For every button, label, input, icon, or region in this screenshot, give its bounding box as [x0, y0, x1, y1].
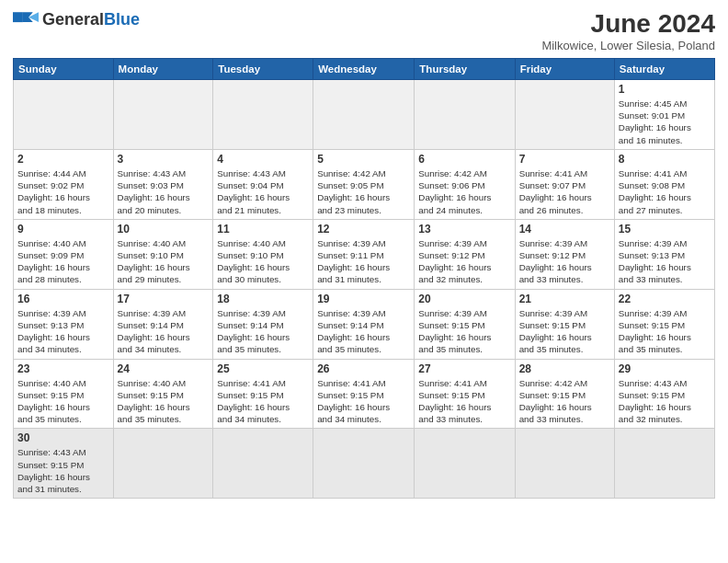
day-number: 14	[519, 223, 610, 236]
calendar-cell: 11Sunrise: 4:40 AMSunset: 9:10 PMDayligh…	[213, 219, 313, 289]
day-info: Sunrise: 4:39 AMSunset: 9:15 PMDaylight:…	[619, 307, 711, 356]
day-number: 12	[317, 223, 410, 236]
calendar-week-row: 23Sunrise: 4:40 AMSunset: 9:15 PMDayligh…	[14, 359, 715, 429]
day-info: Sunrise: 4:43 AMSunset: 9:04 PMDaylight:…	[217, 167, 309, 216]
calendar-cell: 3Sunrise: 4:43 AMSunset: 9:03 PMDaylight…	[113, 149, 213, 219]
day-number: 20	[418, 293, 510, 305]
calendar-cell	[415, 80, 515, 150]
weekday-header-row: SundayMondayTuesdayWednesdayThursdayFrid…	[14, 59, 715, 80]
day-number: 28	[519, 362, 610, 375]
svg-rect-0	[13, 12, 23, 22]
logo-text: GeneralBlue	[42, 11, 140, 29]
calendar-cell: 30Sunrise: 4:43 AMSunset: 9:15 PMDayligh…	[14, 429, 114, 499]
day-number: 15	[619, 223, 711, 236]
calendar-cell: 1Sunrise: 4:45 AMSunset: 9:01 PMDaylight…	[614, 80, 714, 150]
calendar-cell: 14Sunrise: 4:39 AMSunset: 9:12 PMDayligh…	[515, 219, 614, 289]
day-info: Sunrise: 4:39 AMSunset: 9:14 PMDaylight:…	[217, 307, 309, 356]
day-number: 13	[418, 223, 510, 236]
calendar-cell: 15Sunrise: 4:39 AMSunset: 9:13 PMDayligh…	[614, 219, 714, 289]
day-info: Sunrise: 4:43 AMSunset: 9:15 PMDaylight:…	[619, 377, 711, 426]
weekday-header-friday: Friday	[515, 59, 614, 80]
day-info: Sunrise: 4:42 AMSunset: 9:05 PMDaylight:…	[317, 167, 410, 216]
day-number: 26	[317, 362, 410, 375]
calendar-week-row: 30Sunrise: 4:43 AMSunset: 9:15 PMDayligh…	[14, 429, 715, 499]
calendar-cell: 18Sunrise: 4:39 AMSunset: 9:14 PMDayligh…	[213, 289, 313, 359]
calendar-cell: 4Sunrise: 4:43 AMSunset: 9:04 PMDaylight…	[213, 149, 313, 219]
calendar-cell: 27Sunrise: 4:41 AMSunset: 9:15 PMDayligh…	[415, 359, 515, 429]
day-number: 9	[17, 223, 109, 236]
calendar-page: GeneralBlue June 2024 Milkowice, Lower S…	[0, 0, 728, 563]
calendar-cell	[614, 429, 714, 499]
day-info: Sunrise: 4:41 AMSunset: 9:15 PMDaylight:…	[317, 377, 410, 426]
calendar-cell	[313, 80, 415, 150]
day-info: Sunrise: 4:41 AMSunset: 9:15 PMDaylight:…	[418, 377, 510, 426]
generalblue-logo-icon	[13, 9, 39, 29]
calendar-cell: 7Sunrise: 4:41 AMSunset: 9:07 PMDaylight…	[515, 149, 614, 219]
day-number: 25	[217, 362, 309, 375]
day-number: 22	[619, 293, 711, 305]
calendar-cell: 12Sunrise: 4:39 AMSunset: 9:11 PMDayligh…	[313, 219, 415, 289]
calendar-cell: 13Sunrise: 4:39 AMSunset: 9:12 PMDayligh…	[415, 219, 515, 289]
logo: GeneralBlue	[13, 9, 140, 29]
day-info: Sunrise: 4:43 AMSunset: 9:03 PMDaylight:…	[118, 167, 210, 216]
day-info: Sunrise: 4:41 AMSunset: 9:08 PMDaylight:…	[619, 167, 711, 216]
calendar-cell	[113, 429, 213, 499]
calendar-cell	[415, 429, 515, 499]
day-info: Sunrise: 4:39 AMSunset: 9:15 PMDaylight:…	[418, 307, 510, 356]
day-info: Sunrise: 4:42 AMSunset: 9:15 PMDaylight:…	[519, 377, 610, 426]
day-number: 29	[619, 362, 711, 375]
calendar-cell: 5Sunrise: 4:42 AMSunset: 9:05 PMDaylight…	[313, 149, 415, 219]
calendar-week-row: 2Sunrise: 4:44 AMSunset: 9:02 PMDaylight…	[14, 149, 715, 219]
day-info: Sunrise: 4:39 AMSunset: 9:15 PMDaylight:…	[519, 307, 610, 356]
weekday-header-tuesday: Tuesday	[213, 59, 313, 80]
day-number: 27	[418, 362, 510, 375]
calendar-cell: 10Sunrise: 4:40 AMSunset: 9:10 PMDayligh…	[113, 219, 213, 289]
calendar-cell: 8Sunrise: 4:41 AMSunset: 9:08 PMDaylight…	[614, 149, 714, 219]
day-number: 3	[118, 153, 210, 166]
day-number: 30	[17, 431, 109, 444]
day-info: Sunrise: 4:40 AMSunset: 9:15 PMDaylight:…	[17, 377, 109, 426]
calendar-cell: 28Sunrise: 4:42 AMSunset: 9:15 PMDayligh…	[515, 359, 614, 429]
day-number: 7	[519, 153, 610, 166]
calendar-cell: 25Sunrise: 4:41 AMSunset: 9:15 PMDayligh…	[213, 359, 313, 429]
day-info: Sunrise: 4:43 AMSunset: 9:15 PMDaylight:…	[17, 446, 109, 495]
day-info: Sunrise: 4:40 AMSunset: 9:10 PMDaylight:…	[217, 237, 309, 286]
day-number: 11	[217, 223, 309, 236]
day-info: Sunrise: 4:39 AMSunset: 9:14 PMDaylight:…	[317, 307, 410, 356]
calendar-cell	[213, 429, 313, 499]
calendar-cell	[515, 80, 614, 150]
calendar-table: SundayMondayTuesdayWednesdayThursdayFrid…	[13, 58, 715, 499]
calendar-cell	[113, 80, 213, 150]
weekday-header-saturday: Saturday	[614, 59, 714, 80]
calendar-week-row: 9Sunrise: 4:40 AMSunset: 9:09 PMDaylight…	[14, 219, 715, 289]
calendar-week-row: 1Sunrise: 4:45 AMSunset: 9:01 PMDaylight…	[14, 80, 715, 150]
location: Milkowice, Lower Silesia, Poland	[541, 39, 715, 52]
calendar-cell	[14, 80, 114, 150]
month-year: June 2024	[541, 9, 715, 39]
calendar-cell: 9Sunrise: 4:40 AMSunset: 9:09 PMDaylight…	[14, 219, 114, 289]
title-area: June 2024 Milkowice, Lower Silesia, Pola…	[541, 9, 715, 52]
day-info: Sunrise: 4:44 AMSunset: 9:02 PMDaylight:…	[17, 167, 109, 216]
calendar-cell: 16Sunrise: 4:39 AMSunset: 9:13 PMDayligh…	[14, 289, 114, 359]
day-info: Sunrise: 4:39 AMSunset: 9:12 PMDaylight:…	[418, 237, 510, 286]
day-number: 10	[118, 223, 210, 236]
day-number: 2	[17, 153, 109, 166]
header-area: GeneralBlue June 2024 Milkowice, Lower S…	[13, 9, 715, 52]
day-number: 6	[418, 153, 510, 166]
day-number: 21	[519, 293, 610, 305]
day-info: Sunrise: 4:39 AMSunset: 9:11 PMDaylight:…	[317, 237, 410, 286]
day-info: Sunrise: 4:40 AMSunset: 9:09 PMDaylight:…	[17, 237, 109, 286]
calendar-cell: 6Sunrise: 4:42 AMSunset: 9:06 PMDaylight…	[415, 149, 515, 219]
weekday-header-wednesday: Wednesday	[313, 59, 415, 80]
calendar-cell: 21Sunrise: 4:39 AMSunset: 9:15 PMDayligh…	[515, 289, 614, 359]
day-info: Sunrise: 4:40 AMSunset: 9:10 PMDaylight:…	[118, 237, 210, 286]
day-info: Sunrise: 4:39 AMSunset: 9:12 PMDaylight:…	[519, 237, 610, 286]
day-info: Sunrise: 4:39 AMSunset: 9:14 PMDaylight:…	[118, 307, 210, 356]
day-number: 16	[17, 293, 109, 305]
day-number: 17	[118, 293, 210, 305]
day-number: 1	[619, 83, 711, 96]
day-number: 24	[118, 362, 210, 375]
calendar-cell: 29Sunrise: 4:43 AMSunset: 9:15 PMDayligh…	[614, 359, 714, 429]
calendar-week-row: 16Sunrise: 4:39 AMSunset: 9:13 PMDayligh…	[14, 289, 715, 359]
calendar-cell: 20Sunrise: 4:39 AMSunset: 9:15 PMDayligh…	[415, 289, 515, 359]
